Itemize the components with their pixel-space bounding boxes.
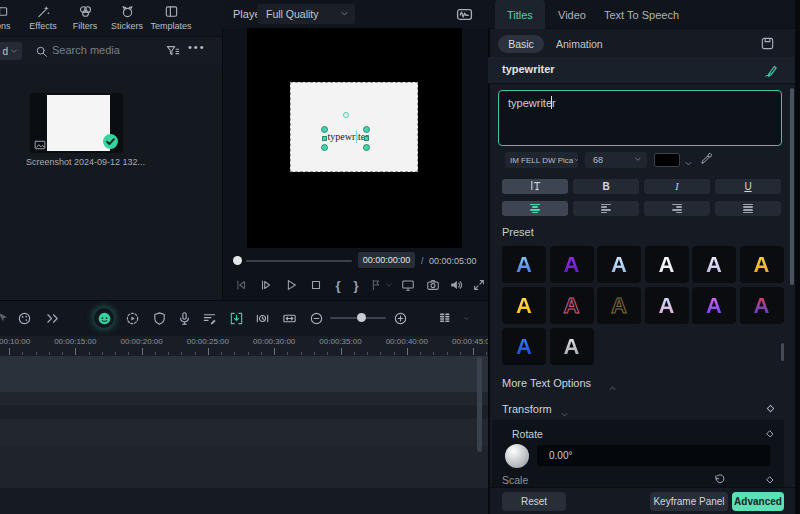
split-clip-button[interactable] — [228, 310, 244, 326]
text-preset-12[interactable]: A — [740, 287, 784, 324]
text-preset-3[interactable]: A — [597, 246, 641, 283]
quality-dropdown[interactable]: Full Quality — [257, 4, 355, 24]
selection-handle-se[interactable] — [363, 144, 370, 151]
subtab-animation[interactable]: Animation — [556, 38, 603, 50]
seek-track[interactable] — [246, 260, 352, 262]
toolbar-item-stickers[interactable]: Stickers — [104, 4, 150, 31]
tab-titles[interactable]: Titles — [495, 0, 545, 29]
rename-pen-icon[interactable] — [764, 63, 779, 82]
rotate-value-input[interactable]: 0.00° — [537, 445, 770, 466]
timeline-scrollbar[interactable] — [477, 357, 482, 452]
rotate-handle[interactable] — [343, 112, 349, 118]
fit-timeline-button[interactable] — [281, 310, 297, 326]
track-manager-button[interactable] — [436, 310, 452, 326]
filter-sort-icon[interactable] — [166, 44, 180, 62]
italic-button[interactable]: I — [644, 179, 710, 194]
text-preset-6[interactable]: A — [740, 246, 784, 283]
subtab-basic[interactable]: Basic — [498, 35, 544, 53]
preset-scrollbar[interactable] — [781, 343, 784, 361]
previous-frame-button[interactable] — [233, 277, 249, 293]
motion-track-button[interactable] — [96, 310, 112, 326]
advanced-button[interactable]: Advanced — [732, 492, 784, 511]
text-preset-9[interactable]: A — [597, 287, 641, 324]
tab-video[interactable]: Video — [546, 0, 598, 29]
align-justify-button[interactable] — [715, 201, 781, 216]
shield-privacy-button[interactable] — [151, 310, 167, 326]
snapshot-button[interactable] — [425, 277, 441, 293]
timeline-zoom-handle[interactable] — [357, 313, 366, 322]
render-quality-icon[interactable] — [456, 6, 473, 27]
font-family-dropdown[interactable]: IM FELL DW Pica — [505, 152, 578, 168]
stop-button[interactable] — [308, 277, 324, 293]
keyframe-panel-button[interactable]: Keyframe Panel — [650, 492, 728, 511]
timeline-track-6[interactable] — [0, 488, 488, 514]
voiceover-mic-button[interactable] — [176, 310, 192, 326]
transform-keyframe-icon[interactable] — [764, 401, 777, 419]
font-size-dropdown[interactable]: 68 — [585, 152, 647, 168]
timeline-track-3[interactable] — [0, 405, 488, 419]
chevron-up-icon[interactable] — [608, 379, 617, 397]
zoom-in-button[interactable] — [392, 310, 408, 326]
next-frame-button[interactable] — [258, 277, 274, 293]
timeline-track-main[interactable] — [0, 356, 488, 392]
save-preset-icon[interactable] — [760, 36, 775, 55]
play-button[interactable] — [283, 277, 299, 293]
text-preset-10[interactable]: A — [645, 287, 689, 324]
current-timecode[interactable]: 00:00:00:00 — [358, 252, 415, 268]
zoom-out-button[interactable] — [308, 310, 324, 326]
text-preset-13[interactable]: A — [502, 328, 546, 365]
pointer-tool-button[interactable] — [0, 310, 10, 326]
rotate-keyframe-icon[interactable] — [764, 426, 776, 444]
text-preset-11[interactable]: A — [692, 287, 736, 324]
subtitle-edit-button[interactable] — [201, 310, 217, 326]
rotate-knob[interactable] — [505, 444, 529, 468]
bold-button[interactable]: B — [573, 179, 639, 194]
transform-section-label[interactable]: Transform — [502, 403, 552, 415]
text-preset-7[interactable]: A — [502, 287, 546, 324]
timeline-ruler[interactable]: 00:00:10:0000:00:15:0000:00:20:0000:00:2… — [0, 336, 488, 356]
marker-chevron-icon[interactable] — [381, 277, 397, 293]
text-preset-4[interactable]: A — [645, 246, 689, 283]
more-chevron-button[interactable] — [458, 310, 474, 326]
text-preset-8[interactable]: A — [550, 287, 594, 324]
tab-text-to-speech[interactable]: Text To Speech — [592, 0, 691, 29]
timeline-track-2[interactable] — [0, 392, 488, 405]
text-preset-5[interactable]: A — [692, 246, 736, 283]
timeline-track-5[interactable] — [0, 446, 488, 488]
fullscreen-button[interactable] — [471, 277, 487, 293]
text-preset-14[interactable]: A — [550, 328, 594, 365]
eyedropper-icon[interactable] — [700, 151, 713, 169]
panel-scrollbar[interactable] — [790, 88, 794, 285]
render-preview-button[interactable] — [124, 310, 140, 326]
selection-handle-nw[interactable] — [321, 126, 328, 133]
more-text-options[interactable]: More Text Options — [502, 377, 591, 389]
mark-out-button[interactable]: } — [348, 277, 364, 293]
selection-handle-sw[interactable] — [321, 144, 328, 151]
text-preset-2[interactable]: A — [550, 246, 594, 283]
selection-handle-w[interactable] — [322, 136, 327, 141]
expand-tools-button[interactable] — [44, 310, 60, 326]
more-options-button[interactable]: ••• — [188, 41, 206, 53]
text-preset-1[interactable]: A — [502, 246, 546, 283]
seek-handle[interactable] — [233, 256, 242, 265]
timeline-track-4[interactable] — [0, 419, 488, 446]
chevron-down-icon[interactable] — [684, 154, 693, 172]
media-thumbnail[interactable] — [47, 95, 110, 151]
align-center-button[interactable] — [502, 201, 568, 216]
align-right-button[interactable] — [644, 201, 710, 216]
toolbar-item-templates[interactable]: Templates — [148, 4, 194, 31]
underline-button[interactable]: U — [715, 179, 781, 194]
font-color-swatch[interactable] — [654, 153, 680, 167]
palette-tool-button[interactable] — [16, 310, 32, 326]
mute-button[interactable] — [448, 277, 464, 293]
align-left-button[interactable] — [573, 201, 639, 216]
mark-in-button[interactable]: { — [330, 277, 346, 293]
text-style-button[interactable] — [502, 179, 568, 194]
toolbar-item-effects[interactable]: Effects — [20, 4, 66, 31]
keyframe-clock-button[interactable] — [254, 310, 270, 326]
sort-dropdown[interactable]: d — [0, 42, 22, 60]
preview-canvas[interactable] — [290, 82, 418, 172]
mirror-display-button[interactable] — [400, 277, 416, 293]
toolbar-item-filters[interactable]: Filters — [62, 4, 108, 31]
text-content-input[interactable]: typewriter — [498, 90, 782, 146]
